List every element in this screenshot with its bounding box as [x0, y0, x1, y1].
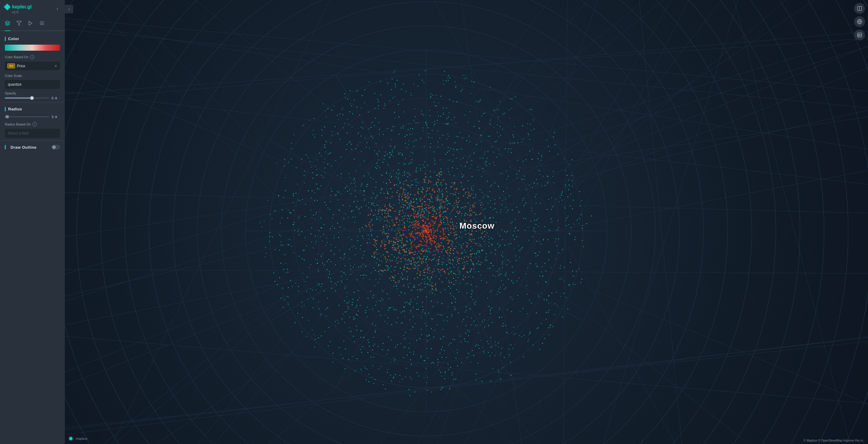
draw-outline-header: Draw Outline	[5, 145, 36, 150]
opacity-slider-control: 0.	[5, 96, 60, 100]
app-name: kepler.gl	[12, 4, 32, 10]
color-scale-label-row: Color Scale	[0, 73, 65, 79]
radius-track[interactable]	[5, 116, 49, 117]
section-divider-2	[0, 140, 65, 141]
radius-value: 3.	[52, 115, 60, 119]
map-container[interactable]: Moscow © Mapbox © OpenStreetMap Improve …	[65, 0, 434, 222]
toggle-knob	[52, 145, 56, 149]
section-divider-1	[0, 102, 65, 102]
logo-title: kepler.gl	[5, 4, 32, 10]
logo-area: kepler.gl v1.0	[5, 4, 32, 14]
opacity-value: 0.	[52, 96, 60, 100]
radius-section-indicator	[5, 107, 6, 111]
opacity-stepper[interactable]	[55, 97, 57, 99]
logo-diamond-icon	[4, 4, 11, 10]
opacity-thumb[interactable]	[30, 96, 34, 100]
radius-section-title: Radius	[8, 107, 22, 111]
tab-basemap[interactable]	[39, 18, 44, 31]
field-name-label: Price	[17, 64, 52, 68]
app-version: v1.0	[12, 10, 32, 14]
radius-stepper[interactable]	[55, 116, 57, 118]
radius-slider-row: 3.	[5, 115, 60, 119]
field-type-badge: int	[7, 63, 15, 68]
opacity-decrement[interactable]	[55, 98, 57, 99]
sidebar-header: kepler.gl v1.0 ↑	[0, 0, 65, 16]
opacity-slider-row: Opacity 0.	[5, 91, 60, 100]
draw-outline-row: Draw Outline	[0, 143, 65, 151]
field-badge-row[interactable]: int Price ×	[5, 62, 60, 70]
draw-outline-indicator	[5, 145, 6, 149]
color-section-header: Color	[0, 35, 65, 43]
opacity-track[interactable]	[5, 97, 49, 99]
radius-based-on-label: Radius Based On	[5, 122, 31, 126]
radius-decrement[interactable]	[55, 117, 57, 118]
opacity-increment[interactable]	[55, 97, 57, 98]
color-section-title: Color	[8, 36, 19, 41]
opacity-fill	[5, 97, 31, 99]
radius-section-header: Radius	[0, 105, 65, 113]
svg-marker-0	[17, 21, 22, 25]
clear-field-button[interactable]: ×	[54, 64, 58, 68]
color-scale-select[interactable]: quantize quantile jenks	[5, 80, 60, 89]
color-scale-label: Color Scale	[5, 74, 22, 78]
color-based-on-label-row: Color Based On i	[0, 54, 65, 60]
color-section-indicator	[5, 37, 6, 41]
radius-increment[interactable]	[55, 116, 57, 117]
tab-interactions[interactable]	[28, 18, 33, 31]
sidebar: kepler.gl v1.0 ↑	[0, 0, 65, 222]
radius-based-on-label-row: Radius Based On i	[0, 121, 65, 127]
export-button[interactable]: ↑	[55, 5, 60, 13]
nav-tabs	[0, 16, 65, 31]
color-based-on-label: Color Based On	[5, 55, 28, 59]
radius-slider-control: 3.	[5, 115, 60, 119]
color-scale-dropdown-row: quantize quantile jenks	[5, 80, 60, 89]
tab-filters[interactable]	[16, 18, 22, 31]
map-dots-layer	[65, 0, 434, 222]
radius-thumb[interactable]	[6, 115, 9, 118]
sidebar-content[interactable]: Color Color Based On i int Price × Color…	[0, 31, 65, 222]
radius-section: Radius 3.	[0, 105, 65, 138]
draw-outline-title: Draw Outline	[10, 145, 36, 150]
opacity-label: Opacity	[5, 91, 60, 95]
radius-field-select[interactable]: Select a field	[5, 129, 60, 138]
tab-layers[interactable]	[5, 18, 10, 31]
radius-based-on-info-icon[interactable]: i	[33, 122, 37, 126]
draw-outline-toggle[interactable]	[52, 145, 60, 150]
color-based-on-info-icon[interactable]: i	[30, 55, 34, 59]
collapse-sidebar-button[interactable]: ‹	[65, 5, 73, 13]
color-section: Color Color Based On i int Price × Color…	[0, 35, 65, 100]
color-gradient-bar[interactable]	[5, 45, 60, 51]
